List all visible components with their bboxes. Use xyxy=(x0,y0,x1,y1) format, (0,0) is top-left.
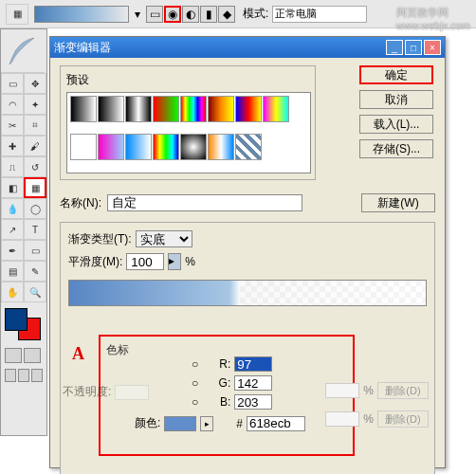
pen-tool[interactable]: ✒ xyxy=(1,240,24,261)
stops-label: 色标 xyxy=(106,343,129,356)
zoom-tool[interactable]: 🔍 xyxy=(24,282,46,302)
gradient-type-buttons: ▭ ◉ ◐ ▮ ◆ xyxy=(146,6,235,23)
gradient-editor-dialog: 渐变编辑器 _ □ × 预设 确定 取消 载入(L)... 存储(S)... 名… xyxy=(49,36,446,468)
mode-label: 模式: xyxy=(243,6,268,22)
quickmask-mode-icon[interactable] xyxy=(24,348,41,363)
g-label: G: xyxy=(202,376,230,390)
position-input-1 xyxy=(325,383,359,398)
crop-tool[interactable]: ✂ xyxy=(1,115,24,136)
maximize-button[interactable]: □ xyxy=(405,40,422,55)
healing-tool[interactable]: ✚ xyxy=(1,136,24,156)
r-label: R: xyxy=(202,357,230,371)
preset-swatch[interactable] xyxy=(208,134,234,160)
slice-tool[interactable]: ⌗ xyxy=(24,115,46,136)
preset-swatch[interactable] xyxy=(125,96,152,122)
save-button[interactable]: 存储(S)... xyxy=(359,139,433,158)
eyedropper-tool[interactable]: ✎ xyxy=(24,261,46,282)
gradient-preview[interactable] xyxy=(34,6,129,23)
screen-mode-3[interactable] xyxy=(31,369,43,382)
preset-swatch[interactable] xyxy=(235,134,262,160)
opacity-input xyxy=(115,385,149,400)
reflected-gradient-button[interactable]: ▮ xyxy=(200,6,217,23)
gradient-bar[interactable] xyxy=(68,280,427,306)
smoothness-suffix: % xyxy=(185,255,195,268)
new-button[interactable]: 新建(W) xyxy=(361,193,435,212)
b-label: B: xyxy=(202,395,230,409)
delete-button-2: 删除(D) xyxy=(377,410,429,428)
screen-mode-2[interactable] xyxy=(18,369,29,382)
name-input[interactable] xyxy=(107,194,302,211)
titlebar[interactable]: 渐变编辑器 _ □ × xyxy=(50,37,445,58)
foreground-color[interactable] xyxy=(5,308,27,331)
smoothness-input[interactable] xyxy=(126,253,164,270)
opacity-label: 不透明度: xyxy=(63,384,111,400)
hex-label: # xyxy=(236,417,243,430)
preset-swatch[interactable] xyxy=(153,96,179,122)
wand-tool[interactable]: ✦ xyxy=(24,94,46,115)
hand-tool[interactable]: ✋ xyxy=(1,282,24,302)
preset-swatch[interactable] xyxy=(208,96,234,122)
move-tool[interactable]: ✥ xyxy=(24,73,46,94)
pct-2: % xyxy=(363,412,374,426)
preset-swatch[interactable] xyxy=(263,96,289,122)
preset-swatch[interactable] xyxy=(70,134,97,160)
marquee-tool[interactable]: ▭ xyxy=(1,73,24,94)
notes-tool[interactable]: ▤ xyxy=(1,261,24,282)
preset-swatch[interactable] xyxy=(180,134,207,160)
history-brush-tool[interactable]: ↺ xyxy=(24,156,46,177)
radio-b-icon[interactable]: ○ xyxy=(192,395,198,409)
blur-tool[interactable]: 💧 xyxy=(1,198,24,219)
gradient-tool[interactable]: ▦ xyxy=(24,177,46,198)
preset-swatch[interactable] xyxy=(153,134,179,160)
linear-gradient-button[interactable]: ▭ xyxy=(146,6,163,23)
lasso-tool[interactable]: ◠ xyxy=(1,94,24,115)
hex-input[interactable] xyxy=(247,416,305,431)
color-swatches[interactable] xyxy=(1,304,46,344)
stamp-tool[interactable]: ⎍ xyxy=(1,156,24,177)
preset-swatch[interactable] xyxy=(70,96,97,122)
pct-1: % xyxy=(363,384,374,397)
close-button[interactable]: × xyxy=(424,40,441,55)
ok-button[interactable]: 确定 xyxy=(359,65,433,84)
minimize-button[interactable]: _ xyxy=(386,40,403,55)
cancel-button[interactable]: 取消 xyxy=(359,90,433,109)
color-picker-arrow[interactable]: ▸ xyxy=(200,416,213,431)
preset-swatch[interactable] xyxy=(125,134,152,160)
name-label: 名称(N): xyxy=(60,195,101,211)
color-swatch[interactable] xyxy=(164,416,196,431)
preset-swatch[interactable] xyxy=(180,96,207,122)
position-input-2 xyxy=(325,411,359,427)
dropdown-icon[interactable]: ▾ xyxy=(135,8,140,21)
radio-r-icon[interactable]: ○ xyxy=(192,357,198,371)
path-tool[interactable]: ↗ xyxy=(1,219,24,240)
preset-swatch[interactable] xyxy=(98,96,124,122)
g-input[interactable] xyxy=(234,375,272,391)
feather-icon xyxy=(1,29,45,73)
preset-grid[interactable] xyxy=(66,92,311,173)
shape-tool[interactable]: ▭ xyxy=(24,240,46,261)
r-input[interactable] xyxy=(234,356,272,372)
eraser-tool[interactable]: ◧ xyxy=(1,177,24,198)
tool-panel: ▭ ✥ ◠ ✦ ✂ ⌗ ✚ 🖌 ⎍ ↺ ◧ ▦ 💧 ◯ ↗ T ✒ ▭ ▤ ✎ … xyxy=(0,28,47,436)
screen-mode-1[interactable] xyxy=(5,369,16,382)
brush-tool[interactable]: 🖌 xyxy=(24,136,46,156)
load-button[interactable]: 载入(L)... xyxy=(359,115,433,134)
b-input[interactable] xyxy=(234,394,272,410)
standard-mode-icon[interactable] xyxy=(5,348,22,363)
color-label: 颜色: xyxy=(135,415,160,431)
preset-swatch[interactable] xyxy=(235,96,262,122)
preset-swatch[interactable] xyxy=(98,134,124,160)
presets-label: 预设 xyxy=(66,72,309,88)
smoothness-spinner[interactable]: ▸ xyxy=(168,253,181,270)
gradient-tool-icon: ▦ xyxy=(6,4,28,25)
angle-gradient-button[interactable]: ◐ xyxy=(182,6,199,23)
diamond-gradient-button[interactable]: ◆ xyxy=(218,6,235,23)
type-tool[interactable]: T xyxy=(24,219,46,240)
gradient-type-select[interactable]: 实底 xyxy=(136,230,192,247)
smoothness-label: 平滑度(M): xyxy=(68,254,122,270)
dodge-tool[interactable]: ◯ xyxy=(24,198,46,219)
mode-select[interactable] xyxy=(272,6,367,23)
radio-g-icon[interactable]: ○ xyxy=(192,376,198,390)
delete-button-1: 删除(D) xyxy=(377,382,429,399)
radial-gradient-button[interactable]: ◉ xyxy=(164,6,181,23)
